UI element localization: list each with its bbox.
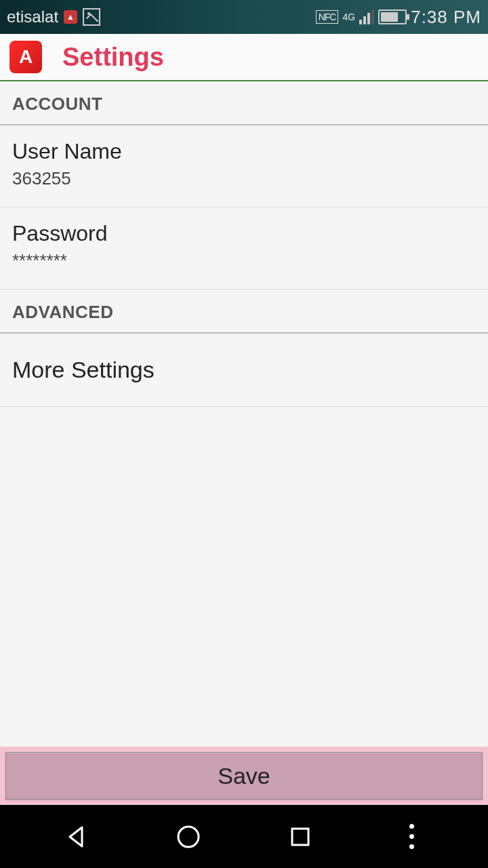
notification-app-icon: ▲ xyxy=(64,10,77,24)
clock: 7:38 PM xyxy=(411,7,481,28)
network-type-icon: 4G xyxy=(342,14,355,20)
svg-point-0 xyxy=(178,827,199,847)
svg-rect-1 xyxy=(292,829,308,845)
username-row[interactable]: User Name 363255 xyxy=(0,125,488,208)
screenshot-icon xyxy=(83,8,100,26)
more-settings-row[interactable]: More Settings xyxy=(0,334,488,407)
status-bar: etisalat ▲ NFC 4G 7:38 PM xyxy=(0,0,488,34)
more-settings-label: More Settings xyxy=(12,357,476,383)
back-button[interactable] xyxy=(56,816,97,857)
password-label: Password xyxy=(12,221,476,246)
recent-apps-button[interactable] xyxy=(280,816,321,857)
more-menu-button[interactable] xyxy=(392,816,432,857)
app-header: A Settings xyxy=(0,34,488,81)
battery-icon xyxy=(378,9,407,24)
section-header-advanced: ADVANCED xyxy=(0,290,488,334)
save-bar: Save xyxy=(0,747,488,805)
password-row[interactable]: Password ******** xyxy=(0,208,488,290)
app-logo-icon: A xyxy=(9,41,42,73)
system-nav-bar xyxy=(0,805,488,868)
username-label: User Name xyxy=(12,139,476,164)
more-icon xyxy=(409,824,414,849)
home-button[interactable] xyxy=(168,816,209,857)
password-value: ******** xyxy=(12,250,476,271)
username-value: 363255 xyxy=(12,168,476,189)
section-header-account: ACCOUNT xyxy=(0,81,488,125)
page-title: Settings xyxy=(62,43,164,72)
save-button[interactable]: Save xyxy=(5,752,483,800)
empty-area xyxy=(0,407,488,747)
carrier-label: etisalat xyxy=(7,7,58,26)
nfc-icon: NFC xyxy=(316,10,339,24)
signal-icon xyxy=(359,9,374,24)
save-button-label: Save xyxy=(218,763,270,789)
